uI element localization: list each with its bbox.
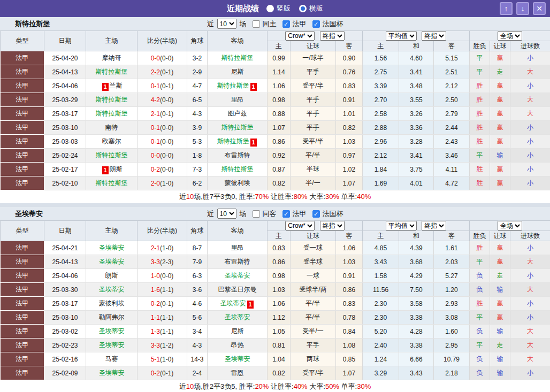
halftime-score: (1-2) [160,342,173,349]
average-odds-group: 平均值 终指 [363,31,470,41]
close-button[interactable]: ✕ [533,2,546,15]
corner-cell: 3-9 [187,121,208,135]
league-cell: 法甲 [1,135,44,149]
avg-draw-cell: 3.41 [399,65,434,79]
handicap-result-cell: 赢 [490,176,510,190]
summary-segment: 场,胜2平3负5, 胜率: [194,382,255,390]
filter-checkbox-同客[interactable] [253,210,260,218]
filter-checkbox-label: 法甲 [293,209,307,219]
final-odds-select[interactable]: 终指 [320,221,345,230]
team-name: 里昂 [231,244,244,251]
handicap-result-cell: 赢 [490,79,510,93]
away-team-cell: 雷恩 [208,366,268,380]
match-count-select[interactable]: 10 [217,209,236,219]
summary-segment: 70% [255,193,269,201]
red-card-badge: 1 [102,83,109,91]
avg-draw-cell: 3.68 [399,255,434,269]
goals-result-cell: 小 [510,149,550,163]
handicap-cell: 一/球半 [291,51,336,65]
team-name: 巴黎圣日尔曼 [218,286,257,293]
crow-odds-select[interactable]: Crow* [285,31,315,41]
avg-home-cell: 3.43 [363,255,399,269]
avg-home-cell: 2.40 [363,339,399,352]
away-team-cell: 圣埃蒂安 [208,311,268,325]
team-name: 圣埃蒂安 [225,272,250,279]
corner-cell: 2-9 [187,65,208,79]
page-title: 近期战绩 [227,4,259,14]
games-label: 场 [240,19,247,29]
score-cell: 2-2(0-1) [138,65,187,79]
away-team-cell: 蒙彼利埃 [208,176,268,190]
halftime-score: (0-0) [160,272,173,280]
score-cell: 1-1(1-1) [138,311,187,325]
avg-home-cell: 1.58 [363,269,399,283]
filter-checkbox-法国杯[interactable]: ✓ [312,20,320,28]
summary-segment: 40% [294,382,308,390]
goals-result-cell: 大 [510,65,550,79]
crow-odds-select[interactable]: Crow* [285,221,315,230]
corner-cell: 8-7 [187,241,208,255]
sub-header-avg-away: 客 [434,41,470,51]
odds-away-cell: 1.07 [336,176,363,190]
home-team-cell: 斯特拉斯堡 [86,65,138,79]
avg-home-cell: 4.85 [363,241,399,255]
winlose-result-cell: 负 [470,366,490,380]
winlose-result-cell: 负 [470,283,490,297]
filter-checkbox-法国杯[interactable]: ✓ [312,210,320,218]
away-team-cell: 里昂 [208,241,268,255]
odds-away-cell: 0.84 [336,325,363,339]
full-match-select[interactable]: 全场 [498,31,522,41]
final-average-select[interactable]: 终指 [422,31,446,41]
corner-cell: 2-4 [187,366,208,380]
handicap-cell: 受球半/两 [291,283,336,297]
horizontal-layout-radio[interactable]: 横版 [299,4,323,13]
goals-result-cell: 大 [510,93,550,107]
avg-away-cell: 5.27 [434,269,470,283]
match-count-select[interactable]: 10 [217,19,236,29]
average-odds-select[interactable]: 平均值 [386,31,417,41]
filter-checkbox-法甲[interactable]: ✓ [282,20,290,28]
handicap-result-cell: 赢 [490,93,510,107]
filter-checkbox-法甲[interactable]: ✓ [282,210,290,218]
score-cell: 3-3(1-2) [138,339,187,352]
scroll-up-button[interactable]: ↑ [500,2,513,15]
date-cell: 25-03-10 [44,121,86,135]
filter-checkbox-同主[interactable] [253,20,260,28]
corner-cell: 4-6 [187,297,208,311]
halftime-score: (1-0) [160,244,173,252]
col-header-date: 日期 [44,31,86,51]
home-team-cell: 圣埃蒂安 [86,366,138,380]
final-average-select[interactable]: 终指 [422,221,446,230]
summary-segment: 40% [357,193,371,201]
league-cell: 法甲 [1,339,44,352]
fulltime-score: 4-2 [151,96,160,104]
vertical-layout-radio[interactable]: 竖版 [266,4,291,13]
date-cell: 25-04-20 [44,51,86,65]
summary-segment: 近 [179,382,186,390]
table-row: 法甲25-02-171朗斯0-2(0-0)7-3斯特拉斯堡0.87半球1.021… [1,163,550,176]
scroll-down-button[interactable]: ↓ [516,2,529,15]
date-cell: 25-03-17 [44,107,86,121]
table-row: 法甲25-04-061兰斯0-1(0-1)4-7斯特拉斯堡11.06受平/半0.… [1,79,550,93]
fulltime-score: 0-2 [151,166,160,173]
fulltime-score: 3-3 [151,258,160,266]
handicap-result-cell: 赢 [490,297,510,311]
team-name: 斯特拉斯堡 [221,54,254,62]
average-odds-select[interactable]: 平均值 [386,221,417,230]
handicap-result-cell: 赢 [490,51,510,65]
home-team-cell: 斯特拉斯堡 [86,107,138,121]
avg-away-cell: 2.18 [434,366,470,380]
final-odds-select[interactable]: 终指 [320,31,345,41]
avg-away-cell: 2.12 [434,79,470,93]
halftime-score: (0-0) [160,166,173,173]
team-name: 圣埃蒂安 [99,286,125,293]
handicap-cell: 平/半 [291,311,336,325]
away-team-cell: 里昂 [208,93,268,107]
radio-unselected-icon [299,5,307,12]
odds-away-cell: 1.07 [336,366,363,380]
full-match-select[interactable]: 全场 [498,221,522,230]
results-table: 类型 日期 主场 比分(半场) 角球 客场 Crow* 终指 平均值 终指 [0,30,550,190]
sub-header-goals: 进球数 [510,231,550,241]
league-cell: 法甲 [1,121,44,135]
team-name: 布雷斯特 [225,258,250,265]
